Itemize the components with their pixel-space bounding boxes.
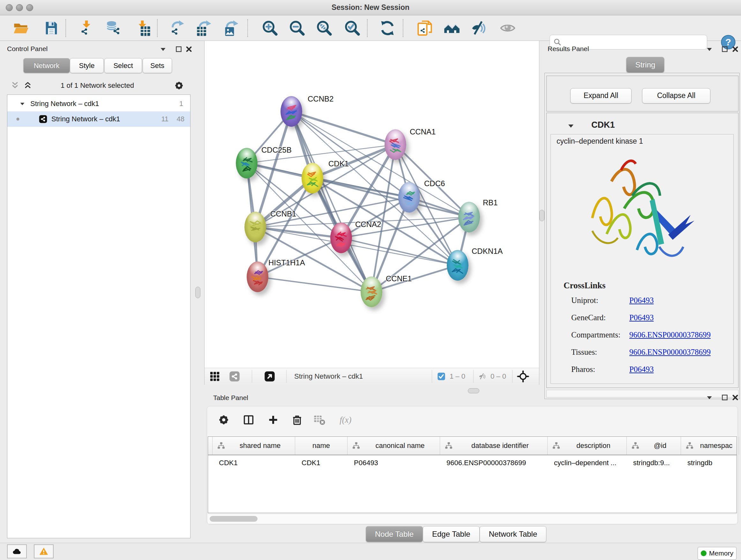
zoom-out-icon[interactable] — [289, 20, 306, 37]
table-cell[interactable]: stringdb — [681, 455, 739, 471]
view-export-icon[interactable] — [264, 371, 275, 382]
network-node-ccne1[interactable] — [360, 276, 382, 307]
tab-network-table[interactable]: Network Table — [480, 526, 547, 542]
crosshair-icon[interactable] — [517, 370, 529, 383]
network-node-ccna2[interactable] — [330, 223, 352, 253]
network-node-label: CCNB1 — [270, 209, 296, 219]
network-node-cdkn1a[interactable] — [447, 250, 468, 281]
tree-row-group[interactable]: String Network – cdk1 1 — [7, 96, 190, 111]
tab-string[interactable]: String — [626, 57, 664, 73]
warning-button[interactable] — [34, 544, 54, 558]
network-node-rb1[interactable] — [458, 202, 480, 233]
open-folder-icon[interactable] — [13, 20, 29, 37]
memory-button[interactable]: Memory — [697, 547, 737, 560]
cloud-button[interactable] — [7, 544, 27, 558]
tab-style[interactable]: Style — [70, 58, 104, 73]
tree-row-network[interactable]: String Network – cdk1 11 48 — [7, 111, 190, 127]
table-cell[interactable]: CDK1 — [212, 455, 295, 471]
selected-checkbox-icon[interactable] — [437, 372, 446, 381]
plus-icon[interactable] — [267, 414, 280, 426]
expand-all-button[interactable]: Expand All — [570, 88, 631, 104]
network-node-cdk1[interactable] — [301, 163, 323, 193]
crosslink-link[interactable]: P06493 — [629, 313, 654, 322]
panel-float-icon[interactable] — [721, 393, 729, 401]
hide-labels-icon[interactable] — [471, 20, 487, 37]
network-canvas[interactable]: CCNB2CCNA1CDC25BCDK1CDC6RB1CCNB1CCNA2CDK… — [205, 41, 539, 368]
import-network-icon[interactable] — [78, 20, 95, 37]
panel-float-icon[interactable] — [175, 45, 183, 53]
export-table-icon[interactable] — [196, 20, 213, 37]
zoom-in-icon[interactable] — [262, 20, 278, 37]
gear-icon[interactable] — [217, 414, 230, 426]
right-splitter-handle[interactable] — [539, 210, 544, 221]
crosslink-link[interactable]: 9606.ENSP00000378699 — [629, 330, 711, 339]
show-graphics-icon[interactable] — [499, 20, 516, 37]
panel-caret-icon[interactable] — [159, 45, 167, 53]
import-table-icon[interactable] — [134, 20, 151, 37]
hidden-eye-icon[interactable] — [478, 372, 487, 381]
table-cell[interactable]: CDK1 — [295, 455, 347, 471]
tab-network[interactable]: Network — [23, 58, 70, 73]
export-network-icon[interactable] — [169, 20, 186, 37]
panel-float-icon[interactable] — [721, 45, 729, 53]
panel-close-icon[interactable] — [731, 45, 739, 53]
table-cell[interactable]: cyclin–dependent ... — [548, 455, 627, 471]
left-splitter-handle[interactable] — [195, 287, 200, 298]
panel-close-icon[interactable] — [185, 45, 193, 53]
table-hscrollbar[interactable] — [208, 514, 737, 523]
collapse-all-button[interactable]: Collapse All — [642, 88, 711, 104]
column-header-name[interactable]: name — [295, 437, 347, 455]
export-image-icon[interactable] — [223, 20, 240, 37]
network-node-hist1h1a[interactable] — [247, 261, 268, 292]
tab-node-table[interactable]: Node Table — [366, 526, 423, 542]
node-table[interactable]: shared namenamecanonical namedatabase id… — [208, 436, 737, 513]
view-share-icon[interactable] — [229, 371, 240, 382]
tree-expand-caret-icon[interactable] — [19, 100, 26, 107]
column-header-database-identifier[interactable]: database identifier — [440, 437, 548, 455]
column-type-icon — [352, 442, 360, 450]
collapse-all-icon[interactable] — [10, 81, 20, 90]
gene-caret-icon[interactable] — [566, 121, 576, 130]
tab-sets[interactable]: Sets — [143, 58, 172, 73]
network-options-gear-icon[interactable] — [174, 80, 185, 91]
table-cell[interactable]: 9606.ENSP00000378699 — [440, 455, 548, 471]
panel-caret-icon[interactable] — [705, 45, 714, 53]
column-header-shared-name[interactable]: shared name — [212, 437, 295, 455]
import-database-icon[interactable] — [105, 20, 122, 37]
crosslink-row: GeneCard:P06493 — [551, 313, 733, 327]
split-columns-icon[interactable] — [242, 414, 255, 426]
table-cell[interactable]: stringdb:9... — [627, 455, 681, 471]
network-node-ccnb1[interactable] — [245, 212, 266, 242]
network-node-ccna1[interactable] — [385, 129, 406, 160]
network-selected-status: 1 of 1 Network selected — [32, 81, 163, 90]
network-node-ccnb2[interactable] — [280, 96, 302, 127]
column-header-canonical-name[interactable]: canonical name — [347, 437, 440, 455]
crosslink-link[interactable]: P06493 — [629, 296, 654, 305]
homes-icon[interactable] — [444, 20, 460, 37]
tab-select[interactable]: Select — [105, 58, 142, 73]
network-node-cdc6[interactable] — [398, 182, 420, 212]
crosslink-link[interactable]: P06493 — [629, 365, 654, 374]
trash-icon[interactable] — [291, 414, 304, 426]
network-node-cdc25b[interactable] — [236, 148, 258, 179]
panel-close-icon[interactable] — [731, 393, 739, 401]
column-header-namespac[interactable]: namespac — [681, 437, 739, 455]
refresh-icon[interactable] — [379, 20, 396, 37]
expand-all-icon[interactable] — [23, 81, 32, 90]
panel-caret-icon[interactable] — [705, 393, 714, 401]
column-header--id[interactable]: @id — [627, 437, 681, 455]
document-share-icon[interactable] — [416, 20, 433, 37]
bottom-splitter-handle[interactable] — [468, 388, 479, 393]
table-row[interactable]: CDK1CDK1P064939606.ENSP00000378699cyclin… — [208, 455, 737, 471]
scrollbar-thumb[interactable] — [210, 516, 258, 522]
zoom-fit-icon[interactable] — [316, 20, 333, 37]
view-grid-icon[interactable] — [209, 371, 220, 382]
column-header-description[interactable]: description — [548, 437, 627, 455]
crosslink-link[interactable]: 9606.ENSP00000378699 — [629, 348, 711, 357]
tab-edge-table[interactable]: Edge Table — [423, 526, 480, 542]
table-cell[interactable]: P06493 — [347, 455, 440, 471]
zoom-selected-icon[interactable] — [344, 20, 360, 37]
save-icon[interactable] — [43, 20, 60, 37]
crosslink-row: Uniprot:P06493 — [551, 296, 733, 310]
table-tabs: Node TableEdge TableNetwork Table — [366, 526, 546, 542]
